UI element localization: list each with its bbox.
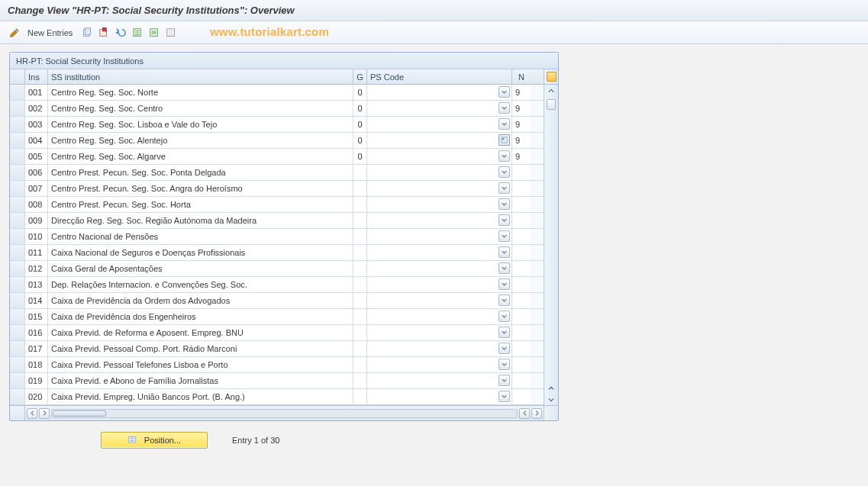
row-selector[interactable] bbox=[10, 373, 25, 388]
vscroll-down-button[interactable] bbox=[544, 394, 558, 405]
row-selector[interactable] bbox=[10, 117, 25, 132]
cell-g[interactable] bbox=[353, 341, 367, 356]
f4-help-button[interactable] bbox=[499, 134, 510, 146]
cell-ins[interactable]: 008 bbox=[25, 197, 48, 212]
dropdown-button[interactable] bbox=[499, 102, 510, 114]
cell-ss-institution[interactable]: Caixa Previd. de Reforma e Aposent. Empr… bbox=[48, 325, 353, 340]
new-entries-button[interactable]: New Entries bbox=[27, 28, 73, 37]
cell-g[interactable] bbox=[353, 165, 367, 180]
row-selector[interactable] bbox=[10, 133, 25, 148]
cell-n[interactable] bbox=[512, 197, 531, 212]
cell-ss-institution[interactable]: Centro Reg. Seg. Soc. Algarve bbox=[48, 149, 353, 164]
cell-ss-institution[interactable]: Caixa Previd. Pessoal Telefones Lisboa e… bbox=[48, 357, 353, 372]
vscroll-track[interactable] bbox=[544, 112, 558, 382]
row-selector[interactable] bbox=[10, 101, 25, 116]
cell-ss-institution[interactable]: Caixa Geral de Aposentações bbox=[48, 261, 353, 276]
cell-g[interactable] bbox=[353, 277, 367, 292]
row-selector[interactable] bbox=[10, 261, 25, 276]
delete-button[interactable] bbox=[97, 26, 111, 40]
cell-ins[interactable]: 012 bbox=[25, 261, 48, 276]
cell-n[interactable] bbox=[512, 229, 531, 244]
row-selector[interactable] bbox=[10, 341, 25, 356]
cell-ins[interactable]: 006 bbox=[25, 165, 48, 180]
row-selector[interactable] bbox=[10, 213, 25, 228]
dropdown-button[interactable] bbox=[499, 359, 510, 370]
cell-ins[interactable]: 011 bbox=[25, 245, 48, 260]
cell-ins[interactable]: 002 bbox=[25, 101, 48, 116]
cell-ss-institution[interactable]: Caixa de Previdência da Ordem dos Advoga… bbox=[48, 293, 353, 308]
cell-g[interactable] bbox=[353, 261, 367, 276]
row-selector[interactable] bbox=[10, 325, 25, 340]
cell-ins[interactable]: 001 bbox=[25, 85, 48, 100]
cell-g[interactable] bbox=[353, 197, 367, 212]
cell-n[interactable]: 9 bbox=[512, 117, 531, 132]
toggle-change-mode-button[interactable] bbox=[8, 26, 21, 40]
cell-n[interactable]: 9 bbox=[512, 101, 531, 116]
hscroll-left-button[interactable] bbox=[27, 408, 37, 419]
hscroll-right-inner-button[interactable] bbox=[39, 408, 50, 419]
hscroll-track[interactable] bbox=[51, 409, 518, 418]
hscroll-right-button[interactable] bbox=[531, 408, 542, 419]
row-selector[interactable] bbox=[10, 165, 25, 180]
dropdown-button[interactable] bbox=[499, 311, 510, 322]
cell-ss-institution[interactable]: Centro Reg. Seg. Soc. Centro bbox=[48, 101, 353, 116]
cell-ins[interactable]: 005 bbox=[25, 149, 48, 164]
cell-g[interactable] bbox=[353, 373, 367, 388]
cell-n[interactable] bbox=[512, 389, 531, 404]
cell-n[interactable] bbox=[512, 261, 531, 276]
cell-ps-code[interactable] bbox=[367, 117, 512, 132]
cell-ps-code[interactable] bbox=[367, 101, 512, 116]
cell-g[interactable]: 0 bbox=[353, 85, 367, 100]
cell-ps-code[interactable] bbox=[367, 373, 512, 388]
cell-ins[interactable]: 020 bbox=[25, 389, 48, 404]
dropdown-button[interactable] bbox=[499, 391, 510, 402]
cell-ps-code[interactable] bbox=[367, 85, 512, 100]
cell-g[interactable] bbox=[353, 229, 367, 244]
row-selector[interactable] bbox=[10, 229, 25, 244]
cell-ins[interactable]: 007 bbox=[25, 181, 48, 196]
cell-ss-institution[interactable]: Caixa Previd. Empreg. União Bancos Port.… bbox=[48, 389, 353, 404]
dropdown-button[interactable] bbox=[499, 278, 510, 290]
cell-ss-institution[interactable]: Centro Prest. Pecun. Seg. Soc. Ponta Del… bbox=[48, 165, 353, 180]
vscroll-up-button[interactable] bbox=[544, 85, 558, 96]
cell-ss-institution[interactable]: Centro Reg. Seg. Soc. Lisboa e Vale do T… bbox=[48, 117, 353, 132]
cell-ps-code[interactable] bbox=[367, 341, 512, 356]
cell-ins[interactable]: 019 bbox=[25, 373, 48, 388]
row-selector[interactable] bbox=[10, 245, 25, 260]
cell-n[interactable]: 9 bbox=[512, 85, 531, 100]
cell-ss-institution[interactable]: Caixa Previd. Pessoal Comp. Port. Rádio … bbox=[48, 341, 353, 356]
cell-ps-code[interactable] bbox=[367, 277, 512, 292]
cell-ps-code[interactable] bbox=[367, 245, 512, 260]
cell-n[interactable] bbox=[512, 213, 531, 228]
cell-ss-institution[interactable]: Centro Nacional de Pensões bbox=[48, 229, 353, 244]
hscroll-thumb[interactable] bbox=[53, 410, 106, 417]
cell-n[interactable] bbox=[512, 373, 531, 388]
cell-n[interactable] bbox=[512, 277, 531, 292]
cell-g[interactable] bbox=[353, 389, 367, 404]
cell-ps-code[interactable] bbox=[367, 325, 512, 340]
cell-ps-code[interactable] bbox=[367, 309, 512, 324]
row-selector[interactable] bbox=[10, 149, 25, 164]
cell-ss-institution[interactable]: Centro Reg. Seg. Soc. Alentejo bbox=[48, 133, 353, 148]
select-block-button[interactable] bbox=[147, 26, 161, 40]
cell-ss-institution[interactable]: Dep. Relações Internacion. e Convenções … bbox=[48, 277, 353, 292]
deselect-all-button[interactable] bbox=[164, 26, 178, 40]
cell-ss-institution[interactable]: Caixa Previd. e Abono de Família Jornali… bbox=[48, 373, 353, 388]
cell-n[interactable] bbox=[512, 181, 531, 196]
dropdown-button[interactable] bbox=[499, 150, 510, 162]
dropdown-button[interactable] bbox=[499, 182, 510, 194]
cell-g[interactable] bbox=[353, 293, 367, 308]
col-ins[interactable]: Ins bbox=[25, 69, 48, 84]
cell-n[interactable] bbox=[512, 341, 531, 356]
cell-n[interactable] bbox=[512, 245, 531, 260]
col-ps-code[interactable]: PS Code bbox=[367, 69, 512, 84]
cell-ps-code[interactable] bbox=[367, 229, 512, 244]
cell-ps-code[interactable] bbox=[367, 149, 512, 164]
row-selector[interactable] bbox=[10, 357, 25, 372]
dropdown-button[interactable] bbox=[499, 343, 510, 354]
row-selector[interactable] bbox=[10, 197, 25, 212]
cell-ps-code[interactable] bbox=[367, 213, 512, 228]
cell-g[interactable] bbox=[353, 213, 367, 228]
dropdown-button[interactable] bbox=[499, 86, 510, 98]
cell-ps-code[interactable] bbox=[367, 133, 512, 148]
